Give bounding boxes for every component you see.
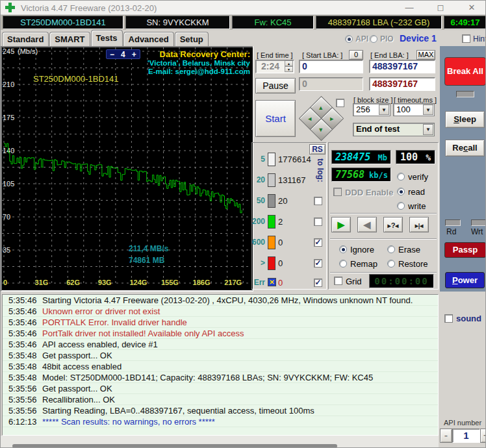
- svg-text:35: 35: [3, 246, 10, 254]
- horizontal-scrollbar: [1, 436, 439, 448]
- histogram-label: 600: [252, 238, 265, 247]
- zoom-out-button[interactable]: −: [107, 50, 118, 58]
- log-entry: 6:12:13***** Scan results: no warnings, …: [3, 416, 438, 427]
- log-timestamp: 5:35:48: [3, 372, 34, 383]
- hints-checkbox[interactable]: [462, 34, 470, 43]
- title-bar: Victoria 4.47 Freeware (2013-02-20) — ◻ …: [1, 1, 486, 15]
- remap-label: Remap: [350, 259, 377, 269]
- api-number-minus-button[interactable]: -: [440, 429, 452, 443]
- log-message: Get passport... OK: [34, 351, 112, 360]
- power-button[interactable]: Power: [445, 272, 485, 288]
- to-log-checkbox-err[interactable]: ✓: [314, 279, 322, 287]
- break-all-button[interactable]: Break All: [444, 57, 486, 86]
- rd-led: [445, 219, 461, 226]
- tab-tests[interactable]: Tests: [91, 30, 123, 46]
- separator: [330, 238, 437, 240]
- scrollbar-thumb[interactable]: [12, 444, 337, 448]
- log-message: Starting Victoria 4.47 Freeware (2013-02…: [34, 295, 413, 305]
- sleep-button[interactable]: Sleep: [445, 111, 485, 128]
- write-radio[interactable]: [397, 202, 405, 210]
- zoom-in-button[interactable]: +: [129, 50, 140, 58]
- passp-button[interactable]: Passp: [444, 242, 486, 258]
- grid-checkbox[interactable]: [334, 277, 342, 285]
- block-time-histogram: RS to log: 5177661420131167502020026000✓…: [251, 142, 327, 290]
- histogram-value: 2: [278, 217, 283, 227]
- read-radio[interactable]: [397, 188, 405, 195]
- erase-radio[interactable]: [387, 245, 395, 253]
- ignore-label: Ignore: [350, 245, 374, 255]
- log-message: API access enabled, device #1: [34, 340, 158, 349]
- wrt-label: Wrt: [471, 227, 483, 236]
- max-lba-button[interactable]: MAX: [416, 50, 435, 60]
- pio-radio[interactable]: [370, 35, 377, 43]
- histogram-row-200: 2002: [252, 214, 326, 230]
- device-label: Device 1: [400, 33, 437, 44]
- loop-checkbox[interactable]: [336, 99, 344, 107]
- restore-radio[interactable]: [387, 260, 395, 268]
- histogram-row-err: Err✕0✓: [252, 275, 326, 291]
- victoria-window: Victoria 4.47 Freeware (2013-02-20) — ◻ …: [0, 0, 486, 448]
- spinner-down-button[interactable]: ▼: [285, 66, 293, 72]
- start-button[interactable]: Start: [255, 100, 296, 137]
- timeout-combo[interactable]: 100▼: [393, 103, 435, 116]
- back-button[interactable]: ◀: [357, 217, 377, 232]
- remap-radio[interactable]: [339, 260, 347, 268]
- end-of-test-combo[interactable]: End of test▼: [353, 123, 435, 136]
- restore-label: Restore: [398, 259, 428, 269]
- pause-button[interactable]: Pause: [255, 78, 296, 93]
- to-log-checkbox->[interactable]: ✓: [314, 259, 322, 268]
- to-log-checkbox-50[interactable]: [314, 197, 322, 205]
- log-message: Recallibration... OK: [34, 395, 115, 404]
- end-time-spinner[interactable]: 2:24 ▲ ▼: [255, 60, 294, 73]
- timeout-arrow[interactable]: ▼: [423, 105, 433, 115]
- histogram-label: >: [252, 258, 265, 268]
- block-size-arrow[interactable]: ▼: [379, 105, 389, 115]
- recall-button[interactable]: Recall: [445, 140, 485, 156]
- skip-button[interactable]: ▸|◂: [409, 217, 429, 232]
- histogram-row-600: 6000✓: [252, 235, 326, 251]
- sound-checkbox[interactable]: [444, 314, 453, 323]
- status-panel: 238475 Mb 100 % 77568 kb/s DDD Enable ve…: [328, 142, 439, 290]
- ddd-enable-checkbox[interactable]: [333, 188, 342, 196]
- spinner-up-button[interactable]: ▲: [285, 60, 293, 66]
- maximize-button[interactable]: ◻: [429, 1, 452, 14]
- scan-question-button[interactable]: ▸?◂: [383, 217, 403, 232]
- api-number-value[interactable]: 1: [452, 429, 480, 443]
- svg-text:124G: 124G: [129, 279, 147, 286]
- log-timestamp: 5:35:46: [3, 295, 34, 306]
- log-entry: 5:35:48Get passport... OK: [3, 350, 438, 361]
- write-label: write: [408, 201, 426, 211]
- end-lba-input[interactable]: 488397167: [369, 60, 435, 73]
- tab-smart[interactable]: SMART: [49, 32, 90, 46]
- log-entry: 5:35:56Recallibration... OK: [3, 394, 438, 405]
- api-radio[interactable]: [345, 35, 353, 43]
- tab-standard[interactable]: Standard: [2, 32, 49, 46]
- close-button[interactable]: ✕: [461, 1, 483, 14]
- log-timestamp: 5:35:56: [3, 405, 34, 416]
- verify-radio[interactable]: [397, 173, 405, 180]
- graph-zoom-control: − 4 +: [106, 49, 140, 59]
- log-area: 5:35:46Starting Victoria 4.47 Freeware (…: [2, 294, 439, 436]
- speed-graph: 2452101751401057035(Mb/s)031G62G93G124G1…: [1, 46, 254, 292]
- end-of-test-arrow[interactable]: ▼: [423, 124, 433, 135]
- api-number-plus-button[interactable]: +: [480, 429, 486, 443]
- to-log-checkbox-600[interactable]: ✓: [314, 238, 322, 247]
- play-button[interactable]: ▶: [331, 217, 351, 232]
- start-lba-input[interactable]: 0: [299, 60, 363, 73]
- zero-lba-button[interactable]: 0: [349, 50, 363, 60]
- tab-advanced[interactable]: Advanced: [123, 32, 174, 46]
- histogram-value: 0: [278, 278, 283, 288]
- block-size-combo[interactable]: 256▼: [353, 103, 390, 116]
- zoom-level: 4: [118, 50, 129, 58]
- svg-text:175: 175: [3, 114, 14, 121]
- separator: [330, 272, 437, 273]
- minimize-button[interactable]: —: [398, 1, 420, 14]
- rd-label: Rd: [446, 227, 456, 236]
- svg-text:(Mb/s): (Mb/s): [18, 47, 38, 55]
- remaining-lba-input[interactable]: 488397167: [369, 77, 435, 91]
- ignore-radio[interactable]: [339, 245, 347, 253]
- to-log-checkbox-200[interactable]: [314, 218, 322, 226]
- tab-setup[interactable]: Setup: [175, 32, 209, 46]
- log-message: Starting Reading, LBA=0..488397167, sequ…: [34, 406, 314, 416]
- tab-bar: StandardSMARTTestsAdvancedSetup API PIO …: [1, 30, 486, 46]
